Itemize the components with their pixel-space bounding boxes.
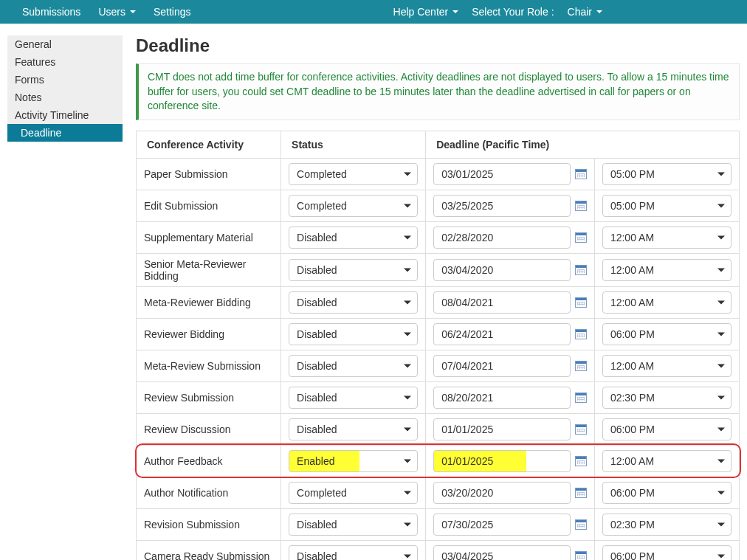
nav-users[interactable]: Users [98, 6, 136, 18]
time-value: 12:00 AM [610, 455, 654, 467]
chevron-down-icon [404, 172, 411, 176]
status-select[interactable]: Disabled [289, 514, 418, 536]
status-value: Completed [297, 168, 347, 180]
status-select[interactable]: Disabled [289, 545, 418, 560]
date-input[interactable]: 07/04/2021 [433, 355, 571, 377]
status-select[interactable]: Disabled [289, 291, 418, 314]
nav-submissions[interactable]: Submissions [22, 6, 80, 18]
table-row: Edit SubmissionCompleted03/25/202505:00 … [137, 190, 740, 221]
time-cell: 02:30 PM [594, 381, 739, 413]
time-select[interactable]: 02:30 PM [602, 514, 731, 536]
time-value: 05:00 PM [610, 168, 655, 180]
status-cell: Completed [281, 158, 426, 190]
date-input[interactable]: 08/20/2021 [433, 387, 571, 409]
time-select[interactable]: 06:00 PM [602, 323, 731, 345]
date-cell: 07/04/2021 [426, 350, 595, 381]
date-input[interactable]: 03/20/2020 [433, 482, 571, 504]
date-cell: 02/28/2020 [426, 221, 595, 253]
date-value: 03/20/2020 [441, 487, 493, 499]
status-value: Disabled [297, 550, 337, 560]
sidebar-item-deadline[interactable]: Deadline [7, 124, 123, 142]
time-select[interactable]: 12:00 AM [602, 227, 731, 249]
calendar-icon[interactable] [575, 265, 587, 275]
sidebar-item-general[interactable]: General [7, 35, 123, 53]
calendar-icon[interactable] [575, 232, 587, 243]
status-select[interactable]: Disabled [289, 227, 418, 249]
time-select[interactable]: 05:00 PM [602, 163, 731, 185]
sidebar-item-features[interactable]: Features [7, 53, 123, 71]
sidebar-item-forms[interactable]: Forms [7, 71, 123, 89]
time-select[interactable]: 12:00 AM [602, 291, 731, 314]
time-cell: 06:00 PM [594, 413, 739, 445]
calendar-icon[interactable] [575, 424, 587, 435]
date-input[interactable]: 06/24/2021 [433, 323, 571, 345]
role-selector[interactable]: Chair [568, 6, 602, 18]
table-row: Review DiscussionDisabled01/01/202506:00… [137, 413, 740, 445]
date-input[interactable]: 08/04/2021 [433, 291, 571, 314]
status-cell: Disabled [281, 381, 426, 413]
time-select[interactable]: 06:00 PM [602, 545, 731, 560]
status-select[interactable]: Disabled [289, 387, 418, 409]
time-select[interactable]: 12:00 AM [602, 450, 731, 472]
sidebar-item-activity-timeline[interactable]: Activity Timeline [7, 106, 123, 124]
status-select[interactable]: Completed [289, 482, 418, 504]
status-value: Disabled [297, 297, 337, 308]
time-select[interactable]: 12:00 AM [602, 259, 731, 281]
date-cell: 08/20/2021 [426, 381, 595, 413]
date-input[interactable]: 01/01/2025 [433, 418, 571, 440]
status-value: Disabled [297, 232, 337, 243]
calendar-icon[interactable] [575, 488, 587, 498]
status-select[interactable]: Enabled [289, 450, 418, 472]
time-select[interactable]: 05:00 PM [602, 195, 731, 217]
date-value: 08/04/2021 [441, 297, 493, 308]
chevron-down-icon [717, 172, 725, 176]
nav-settings[interactable]: Settings [154, 6, 191, 18]
date-cell: 08/04/2021 [426, 286, 595, 318]
help-center-menu[interactable]: Help Center [393, 6, 459, 18]
calendar-icon[interactable] [575, 393, 587, 403]
date-cell: 03/20/2020 [426, 477, 595, 508]
time-select[interactable]: 12:00 AM [602, 355, 731, 377]
date-value: 03/04/2020 [441, 264, 493, 276]
sidebar-item-notes[interactable]: Notes [7, 89, 123, 106]
calendar-icon[interactable] [575, 169, 587, 179]
activity-label: Senior Meta-Reviewer Bidding [137, 253, 281, 286]
calendar-icon[interactable] [575, 361, 587, 371]
table-row: Meta-Reviewer BiddingDisabled08/04/20211… [137, 286, 740, 318]
time-select[interactable]: 06:00 PM [602, 482, 731, 504]
status-select[interactable]: Disabled [289, 323, 418, 345]
date-input[interactable]: 03/01/2025 [433, 163, 571, 185]
calendar-icon[interactable] [575, 201, 587, 211]
date-value: 01/01/2025 [441, 424, 493, 435]
help-center-label: Help Center [393, 6, 449, 18]
status-select[interactable]: Completed [289, 195, 418, 217]
chevron-down-icon [404, 332, 411, 336]
date-input[interactable]: 03/04/2020 [433, 259, 571, 281]
status-select[interactable]: Completed [289, 163, 418, 185]
status-cell: Disabled [281, 318, 426, 350]
status-select[interactable]: Disabled [289, 418, 418, 440]
calendar-icon[interactable] [575, 456, 587, 466]
date-input[interactable]: 01/01/2025 [433, 450, 571, 472]
date-input[interactable]: 03/04/2025 [433, 545, 571, 560]
user-area-placeholder [616, 5, 667, 18]
date-cell: 01/01/2025 [426, 413, 595, 445]
time-value: 02:30 PM [610, 392, 655, 404]
date-value: 07/30/2025 [441, 519, 493, 530]
calendar-icon[interactable] [575, 329, 587, 339]
status-select[interactable]: Disabled [289, 355, 418, 377]
date-input[interactable]: 03/25/2025 [433, 195, 571, 217]
date-value: 07/04/2021 [441, 360, 493, 372]
deadline-table: Conference Activity Status Deadline (Pac… [136, 131, 740, 560]
time-select[interactable]: 06:00 PM [602, 418, 731, 440]
date-input[interactable]: 02/28/2020 [433, 227, 571, 249]
calendar-icon[interactable] [575, 551, 587, 560]
calendar-icon[interactable] [575, 297, 587, 308]
time-select[interactable]: 02:30 PM [602, 387, 731, 409]
table-row: Author FeedbackEnabled01/01/202512:00 AM [137, 445, 740, 477]
time-cell: 12:00 AM [594, 286, 739, 318]
status-select[interactable]: Disabled [289, 259, 418, 281]
calendar-icon[interactable] [575, 519, 587, 530]
time-value: 06:00 PM [610, 487, 655, 499]
date-input[interactable]: 07/30/2025 [433, 514, 571, 536]
